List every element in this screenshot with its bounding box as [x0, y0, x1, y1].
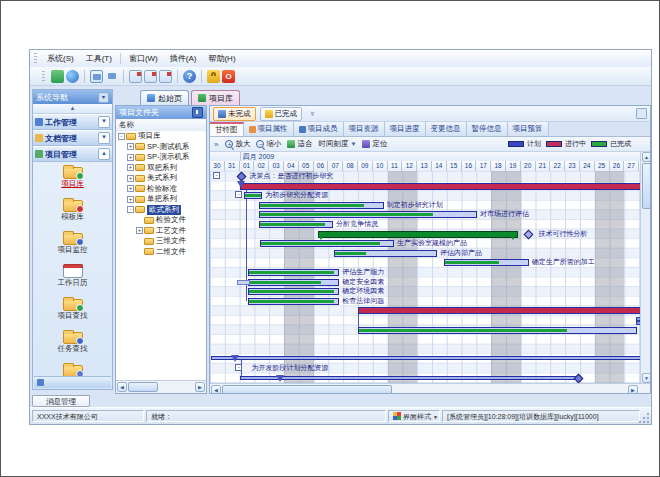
expand-icon[interactable]: +: [127, 164, 134, 171]
tree-horizontal-scrollbar[interactable]: ◀ ▶: [116, 380, 206, 393]
doc-tab-项目库[interactable]: 项目库: [191, 90, 240, 105]
collapse-icon[interactable]: -: [118, 133, 125, 140]
expand-icon[interactable]: +: [127, 143, 134, 150]
tree-node-双把系列[interactable]: +双把系列: [116, 163, 206, 174]
sync-icon[interactable]: [51, 70, 64, 83]
tree-scroll-thumb[interactable]: [128, 382, 158, 392]
filter-button-已完成[interactable]: 已完成: [260, 107, 303, 121]
sidebar-group-2[interactable]: 项目管理▲: [33, 146, 112, 162]
tree-node-单把系列[interactable]: +单把系列: [116, 194, 206, 205]
gantt-task-bar[interactable]: [358, 327, 637, 334]
tree-node-二维文件[interactable]: 二维文件: [116, 247, 206, 258]
tool-button-适合[interactable]: 适合: [284, 138, 315, 150]
sidebar-item-模板库[interactable]: 模板库: [33, 197, 112, 228]
menu-item-3[interactable]: 插件(A): [164, 53, 203, 64]
interface-style-button[interactable]: 界面样式 ▼: [388, 410, 440, 422]
gantt-plan-bar[interactable]: [240, 376, 579, 380]
scroll-left-icon[interactable]: ◀: [211, 385, 221, 394]
gantt-vscroll-thumb[interactable]: [642, 163, 651, 209]
gantt-tab-暂停信息[interactable]: 暂停信息: [467, 122, 508, 136]
chevron-down-icon[interactable]: ▼: [98, 132, 110, 144]
folder-view-icon[interactable]: [105, 70, 118, 83]
gantt-task-bar[interactable]: [334, 250, 437, 257]
gantt-task-bar[interactable]: [240, 183, 641, 190]
sidebar-item-任务查找[interactable]: 任务查找: [33, 329, 112, 360]
tree-node-项目库[interactable]: -项目库: [116, 131, 206, 142]
gantt-expander-icon[interactable]: -: [213, 172, 220, 179]
gantt-task-bar[interactable]: [244, 192, 262, 199]
tree-node-检验标准[interactable]: +检验标准: [116, 184, 206, 195]
scroll-right-icon[interactable]: ▶: [628, 385, 638, 394]
sidebar-menu-icon[interactable]: ▾: [98, 92, 109, 103]
gantt-tab-项目预算[interactable]: 项目预算: [508, 122, 549, 136]
gantt-task-bar[interactable]: [248, 269, 339, 276]
help-icon[interactable]: ?: [183, 70, 196, 83]
menu-item-1[interactable]: 工具(T): [80, 53, 118, 64]
tree-node-检验文件[interactable]: 检验文件: [116, 215, 206, 226]
gantt-tab-项目属性[interactable]: 项目属性: [244, 122, 294, 136]
scroll-down-icon[interactable]: ▼: [642, 373, 651, 383]
gantt-plan-bar[interactable]: [211, 356, 641, 360]
gantt-task-bar[interactable]: [248, 298, 339, 305]
scroll-left-icon[interactable]: ◀: [117, 382, 127, 392]
menu-item-2[interactable]: 窗口(W): [123, 53, 164, 64]
more-options-chevron-icon[interactable]: »: [308, 111, 317, 115]
gantt-horizontal-scrollbar[interactable]: ◀ ▶: [210, 383, 650, 394]
gantt-task-bar[interactable]: [259, 221, 334, 228]
expand-icon[interactable]: +: [127, 196, 134, 203]
lock-icon[interactable]: [207, 70, 220, 83]
message-management-tab[interactable]: 消息管理: [32, 395, 90, 407]
filter-button-未完成[interactable]: 未完成: [213, 107, 256, 121]
gantt-task-bar[interactable]: [260, 240, 394, 247]
sidebar-group-1[interactable]: 文档管理▼: [33, 130, 112, 146]
gantt-summary-bar[interactable]: [318, 231, 518, 238]
expand-icon[interactable]: +: [127, 175, 134, 182]
gantt-scroll-thumb[interactable]: [222, 385, 392, 394]
scroll-right-icon[interactable]: ▶: [195, 382, 205, 392]
toolbar-overflow-icon[interactable]: »: [214, 140, 218, 149]
tool-button-定位[interactable]: 定位: [359, 138, 390, 150]
tool-button-缩小[interactable]: −缩小: [253, 138, 284, 150]
scroll-up-icon[interactable]: ▲: [642, 152, 651, 162]
folder-open-icon[interactable]: [90, 70, 103, 83]
gantt-tab-项目进度[interactable]: 项目进度: [385, 122, 426, 136]
sidebar-group-0[interactable]: 工作管理▼: [33, 114, 112, 130]
tree-node-欧式系列[interactable]: -欧式系列: [116, 205, 206, 216]
gantt-tab-变更信息[interactable]: 变更信息: [426, 122, 467, 136]
tool-button-时间刻度[interactable]: 时间刻度▼: [315, 138, 359, 150]
sidebar-item-项目库[interactable]: 项目库: [33, 164, 112, 195]
menu-item-4[interactable]: 帮助(H): [202, 53, 241, 64]
globe-icon[interactable]: [66, 70, 79, 83]
tool-button-放大[interactable]: +放大: [222, 138, 253, 150]
chevron-down-icon[interactable]: ▼: [98, 116, 110, 128]
gantt-task-bar[interactable]: [259, 211, 477, 218]
tree-node-SP-测试机系[interactable]: +SP-测试机系: [116, 142, 206, 153]
tree-node-SP-演示机系[interactable]: +SP-演示机系: [116, 152, 206, 163]
panel-pin-icon[interactable]: [636, 108, 647, 119]
gantt-task-bar[interactable]: [444, 259, 529, 266]
menu-item-0[interactable]: 系统(S): [41, 53, 80, 64]
milestone-diamond-icon[interactable]: [524, 229, 534, 239]
pin-icon[interactable]: [192, 107, 203, 118]
collapse-icon[interactable]: -: [127, 206, 134, 213]
gantt-tab-项目成员[interactable]: 项目成员: [294, 122, 344, 136]
expand-icon[interactable]: +: [127, 185, 134, 192]
resize-grip[interactable]: [647, 421, 649, 423]
gantt-vertical-scrollbar[interactable]: ▲ ▼: [640, 152, 651, 383]
gantt-expander-icon[interactable]: -: [235, 191, 242, 198]
sidebar-item-工作日历[interactable]: 工作日历: [33, 263, 112, 294]
sidebar-collapsed-group[interactable]: [34, 376, 111, 388]
sidebar-item-项目监控[interactable]: 项目监控: [33, 230, 112, 261]
report-plan-icon[interactable]: [129, 70, 142, 83]
report-task-icon[interactable]: [144, 70, 157, 83]
report-time-icon[interactable]: [159, 70, 172, 83]
sidebar-item-项目查找[interactable]: 项目查找: [33, 296, 112, 327]
tree-node-美式系列[interactable]: +美式系列: [116, 173, 206, 184]
gantt-task-bar[interactable]: [248, 279, 339, 286]
tree-node-三维文件[interactable]: 三维文件: [116, 236, 206, 247]
expand-icon[interactable]: +: [136, 227, 143, 234]
gantt-expander-icon[interactable]: -: [235, 364, 242, 371]
gantt-task-bar[interactable]: [358, 307, 641, 314]
gantt-task-bar[interactable]: [259, 202, 384, 209]
power-icon[interactable]: O: [222, 70, 235, 83]
